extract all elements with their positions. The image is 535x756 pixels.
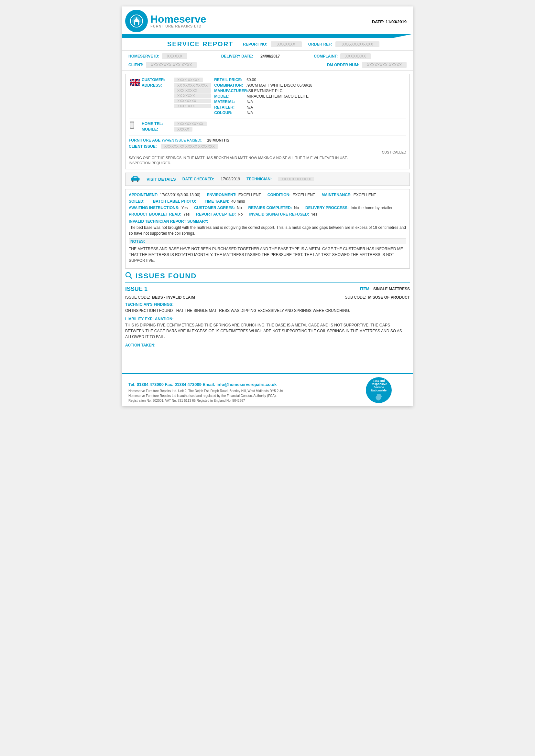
client-issue-text: CUST CALLED SAYING ONE OF THE SPRINGS IN… <box>129 149 406 166</box>
home-tel-row: HOME TEL: XXXXXXXXXXX <box>142 122 207 126</box>
footer-address-2: Homeserve Furniture Repairs Ltd is autho… <box>128 393 351 398</box>
appointment-cell: APPOINTMENT: 17/03/2019(8:00-13:00) <box>129 193 200 197</box>
environment-cell: ENVIRONMENT: EXCELLENT <box>207 193 261 197</box>
divider-1 <box>129 119 406 119</box>
visit-row-3: AWAITING INSTRUCTIONS: Yes CUSTOMER AGRE… <box>129 205 406 210</box>
liability-text: THIS IS DIPPING FIVE CENTIMETRES AND THE… <box>125 322 410 340</box>
footer-address-1: Homeserve Furniture Repairs Ltd. Unit 2,… <box>128 389 351 393</box>
header-strip <box>122 34 413 38</box>
summary-section: INVALID TECHNICIAN REPORT SUMMARY: The b… <box>129 219 406 236</box>
visit-label: VISIT DETAILS <box>147 177 176 182</box>
footer-address-3: Registration No. 502001. VAT No. 831 511… <box>128 398 351 403</box>
condition-cell: CONDITION: EXCELLENT <box>268 193 315 197</box>
client-label: CLIENT: <box>128 63 143 67</box>
address-row: ADDRESS: XX XXXXX XXXXX XXX XXXXX XX XXX… <box>142 83 211 109</box>
mobile-label: MOBILE: <box>142 127 174 132</box>
maintenance-label: MAINTENANCE: <box>322 193 352 197</box>
badge-text-3: Service <box>374 386 384 389</box>
summary-text: The bed base was not brought with the ma… <box>129 225 406 236</box>
home-tel-value: XXXXXXXXXXX <box>174 122 207 126</box>
client-issue-label: CLIENT ISSUE: <box>129 144 161 149</box>
liability-label: LIABILITY EXPLANATION: <box>125 317 410 321</box>
phone-section: HOME TEL: XXXXXXXXXXX MOBILE: XXXXX <box>129 122 406 132</box>
retailer-label: RETAILER: <box>214 105 246 110</box>
mobile-value: XXXXX <box>174 127 192 132</box>
info-col-dm: DM ORDER NUM: XXXXXXXX-XXXXX <box>221 62 407 68</box>
notes-label: NOTES: <box>129 238 406 244</box>
maintenance-cell: MAINTENANCE: EXCELLENT <box>322 193 376 197</box>
date-checked-label: DATE CHECKED: <box>183 177 214 181</box>
order-ref-label: ORDER REF: <box>308 42 332 46</box>
search-icon <box>125 272 132 280</box>
findings-text: ON INSPECTION I FOUND THAT THE SINGLE MA… <box>125 308 410 313</box>
svg-line-10 <box>130 276 132 278</box>
delivery-date-label: DELIVERY DATE: <box>221 54 253 59</box>
info-col-delivery: DELIVERY DATE: 24/08/2017 <box>221 53 314 59</box>
complaint-value: XXXXXXXX <box>340 53 371 59</box>
retailer-row: RETAILER: N/A <box>214 105 406 110</box>
complaint-label: COMPLAINT: <box>314 54 338 59</box>
colour-label: COLOUR: <box>214 111 246 115</box>
logo-icon <box>125 10 148 32</box>
summary-label: INVALID TECHNICIAN REPORT SUMMARY: <box>129 219 406 224</box>
customer-left: CUSTOMER: XXXX XXXXX ADDRESS: XX XXXXX X… <box>142 78 211 116</box>
report-accepted-cell: REPORT ACCEPTED: No <box>196 212 242 217</box>
issue-1-section: ISSUE 1 ITEM: SINGLE MATTRESS ISSUE CODE… <box>125 286 410 347</box>
report-no-value: XXXXXXX <box>271 41 302 47</box>
customer-agrees-label: CUSTOMER AGREES: <box>194 205 235 210</box>
repairs-label: REPAIRS COMPLETED: <box>248 205 292 210</box>
delivery-label: DELIVERY PROCCESS: <box>305 205 349 210</box>
delivery-value: Into the home by retailer <box>351 205 392 210</box>
footer-badge: Fast and Responsive Service Nationwide <box>366 377 392 403</box>
visit-row-2: SOILED: BATCH LABEL PHOTO: TIME TAKEN: 4… <box>129 199 406 203</box>
customer-agrees-value: No <box>237 205 241 210</box>
customer-value: XXXX XXXXX <box>174 78 203 82</box>
visit-details-header: VISIT DETAILS DATE CHECKED: 17/03/2019 T… <box>125 173 410 186</box>
material-row: MATERIAL: N/A <box>214 99 406 104</box>
address-lines: XX XXXXX XXXXX XXX XXXXX XX XXXXX XXXXXX… <box>174 83 211 109</box>
booklet-value: Yes <box>183 212 190 217</box>
client-issue-redacted: XXXXXX XX XXXXX XXXXXXX <box>161 144 218 149</box>
mobile-row: MOBILE: XXXXX <box>142 127 207 132</box>
model-row: MODEL: MIRACOIL ELITE/MIRACOIL ELITE <box>214 94 406 98</box>
main-content: CUSTOMER: XXXX XXXXX ADDRESS: XX XXXXX X… <box>125 74 410 169</box>
header-date: DATE: 11/03/2019 <box>372 18 407 24</box>
footer-left: Tel: 01384 473000 Fax: 01384 473009 Emai… <box>128 382 351 403</box>
retail-price-value: £0.00 <box>246 78 256 82</box>
homeserve-id-value: XXXXXX <box>162 53 187 59</box>
report-no-label: REPORT NO: <box>243 42 267 46</box>
condition-label: CONDITION: <box>268 193 291 197</box>
phone-details: HOME TEL: XXXXXXXXXXX MOBILE: XXXXX <box>142 122 207 132</box>
booklet-label: PRODUCT BOOKLET READ: <box>129 212 182 217</box>
retailer-value: N/A <box>246 105 253 110</box>
customer-icon <box>129 78 142 116</box>
service-report-title: SERVICE REPORT <box>167 40 233 48</box>
repairs-cell: REPAIRS COMPLETED: No <box>248 205 299 210</box>
info-col-client: CLIENT: XXXXXXXX-XXX XXXX <box>128 62 221 68</box>
address-label: ADDRESS: <box>142 83 174 88</box>
notes-text: THE MATTRESS AND BASE HAVE NOT BEEN PURC… <box>129 244 406 265</box>
combination-value: /90CM MATT WHITE DISCO 06/09/18 <box>246 83 312 88</box>
date-value: 11/03/2019 <box>385 19 407 24</box>
model-label: MODEL: <box>214 94 246 98</box>
appointment-label: APPOINTMENT: <box>129 193 158 197</box>
customer-right: RETAIL PRICE: £0.00 COMBINATION: /90CM M… <box>214 78 406 116</box>
address-line-4: XXXXXXXX <box>174 98 211 103</box>
retail-price-row: RETAIL PRICE: £0.00 <box>214 78 406 82</box>
technician-value: XXXX XXXXXXXX <box>278 177 314 181</box>
issue-code-row: ISSUE CODE: BEDS - INVALID CLAIM SUB COD… <box>125 295 410 300</box>
issue-header-row: ISSUE 1 ITEM: SINGLE MATTRESS <box>125 286 410 292</box>
furniture-age-when: (WHEN ISSUE RAISED): <box>162 138 202 142</box>
batch-cell: BATCH LABEL PHOTO: <box>153 199 198 203</box>
issue-item: ITEM: SINGLE MATTRESS <box>360 286 410 292</box>
sub-code: SUB CODE: MISUSE OF PRODUCT <box>345 295 410 300</box>
logo-area: Homeserve FURNITURE REPAIRS LTD <box>125 10 206 32</box>
address-line-1: XX XXXXX XXXXX <box>174 83 211 88</box>
address-line-2: XXX XXXXX <box>174 88 211 93</box>
retail-price-label: RETAIL PRICE: <box>214 78 246 82</box>
home-tel-label: HOME TEL: <box>142 122 174 126</box>
report-accepted-value: No <box>238 212 242 217</box>
customer-label: CUSTOMER: <box>142 78 174 82</box>
date-label: DATE: <box>372 19 384 24</box>
client-issue-row: CLIENT ISSUE: XXXXXX XX XXXXX XXXXXXX <box>129 144 406 149</box>
